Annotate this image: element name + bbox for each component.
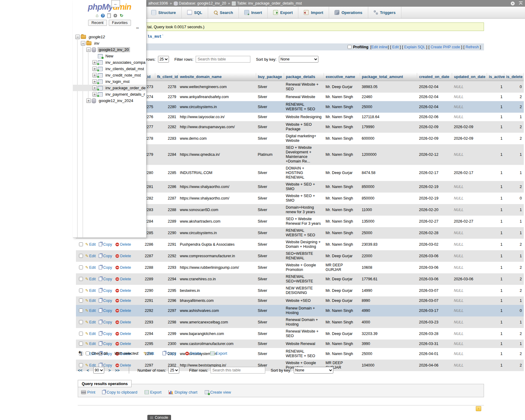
tree-item[interactable]: New	[73, 53, 146, 59]
tab[interactable]: Insert	[239, 7, 268, 18]
row-delete-link[interactable]: Delete	[120, 309, 131, 313]
query-action-link[interactable]: Edit inline	[370, 45, 389, 49]
tree-item-label[interactable]: inv_credit_note_mst	[104, 73, 142, 78]
col-header-fk-client-id[interactable]: fk_client_id	[155, 73, 178, 81]
tree-item[interactable]: − google12_inv_20	[73, 46, 146, 53]
back-arrow-button[interactable]: ←	[112, 0, 120, 7]
row-checkbox[interactable]	[79, 289, 83, 292]
row-checkbox[interactable]	[79, 332, 83, 336]
filter-rows-input[interactable]	[211, 367, 265, 374]
col-header-updated-on-date[interactable]: updated_on_date	[452, 73, 487, 81]
row-edit-link[interactable]: Edit	[89, 332, 96, 336]
breadcrumb-database[interactable]: Database: google12_inv_20	[179, 1, 226, 5]
tree-item[interactable]: + inv_payment_details_r	[73, 91, 146, 97]
home-icon[interactable]	[96, 13, 98, 18]
row-copy-link[interactable]: Copy	[103, 289, 112, 293]
row-checkbox[interactable]	[79, 277, 83, 281]
tree-expand-toggle[interactable]: +	[86, 98, 91, 103]
row-checkbox[interactable]	[79, 342, 83, 346]
check-all-label[interactable]: Check all	[91, 351, 108, 356]
row-copy-link[interactable]: Copy	[103, 254, 112, 258]
row-checkbox[interactable]	[79, 242, 83, 246]
tree-expand-toggle[interactable]: +	[92, 79, 97, 84]
tab[interactable]: Triggers	[368, 7, 401, 18]
row-delete-link[interactable]: Delete	[120, 277, 131, 281]
tree-expand-toggle[interactable]: −	[86, 47, 91, 52]
tree-item-label[interactable]: google12	[88, 34, 106, 39]
row-copy-link[interactable]: Copy	[103, 342, 112, 346]
page-first-button[interactable]: <<	[78, 368, 82, 373]
tree-item-label[interactable]: inv_clients_detail_mst	[104, 66, 145, 71]
col-header-executive-name[interactable]: executive_name	[324, 73, 360, 81]
sort-by-key-select[interactable]: None	[294, 367, 333, 374]
row-delete-link[interactable]: Delete	[120, 289, 131, 293]
col-header-is-active[interactable]: is_active	[487, 73, 504, 81]
row-delete-link[interactable]: Delete	[120, 342, 131, 346]
tree-item-label[interactable]: inv_login_mst	[104, 79, 131, 84]
tree-item[interactable]: + inv_package_order_de	[73, 85, 146, 91]
row-delete-link[interactable]: Delete	[120, 265, 131, 270]
row-checkbox[interactable]	[79, 265, 83, 269]
query-operation-link[interactable]: Export	[150, 390, 162, 394]
row-edit-link[interactable]: Edit	[89, 254, 96, 258]
col-header-created-on-date[interactable]: created_on_date	[417, 73, 452, 81]
row-copy-link[interactable]: Copy	[103, 309, 112, 313]
tree-item[interactable]: + inv_associates_compa	[73, 59, 146, 66]
tree-expand-toggle[interactable]: +	[92, 92, 97, 97]
row-edit-link[interactable]: Edit	[89, 277, 96, 281]
row-edit-link[interactable]: Edit	[89, 320, 96, 324]
row-edit-link[interactable]: Edit	[89, 342, 96, 346]
tree-item-label[interactable]: New	[104, 53, 115, 59]
query-action-link[interactable]: Create PHP code	[428, 45, 462, 49]
tab[interactable]: SQL	[182, 7, 208, 18]
row-copy-link[interactable]: Copy	[103, 242, 112, 247]
tree-item-label[interactable]: google12_inv_20	[98, 47, 130, 52]
documentation-icon[interactable]	[107, 13, 111, 18]
tab[interactable]: Export	[268, 7, 298, 18]
settings-gear-icon[interactable]	[113, 14, 117, 18]
query-action-link[interactable]: Refresh	[463, 45, 481, 49]
row-edit-link[interactable]: Edit	[89, 242, 96, 247]
col-header-website-domain-name[interactable]: website_domain_name	[178, 73, 256, 81]
tree-item-label[interactable]: inv_payment_details_r	[104, 92, 146, 97]
tree-item[interactable]: + inv_credit_note_mst	[73, 72, 146, 78]
query-operation-link[interactable]: Print	[87, 390, 95, 394]
rows-count-select[interactable]: 25	[168, 367, 179, 374]
tree-expand-toggle[interactable]: +	[92, 73, 97, 77]
tree-item-label[interactable]: google12_inv_2024	[98, 98, 135, 103]
tree-item-label[interactable]: inv	[93, 41, 101, 46]
refresh-icon[interactable]	[120, 14, 123, 18]
collapse-panel-icon[interactable]	[519, 2, 523, 5]
row-checkbox[interactable]	[79, 254, 83, 258]
breadcrumb-server[interactable]: alhost:3306	[148, 1, 168, 5]
query-operation-link[interactable]: Create view	[210, 390, 231, 394]
profiling-checkbox[interactable]	[348, 45, 352, 49]
page-prev-button[interactable]: <	[87, 368, 89, 373]
tree-expand-toggle[interactable]: −	[81, 41, 85, 46]
col-header-is-delete[interactable]: is_delete	[504, 73, 524, 81]
row-copy-link[interactable]: Copy	[103, 299, 112, 303]
row-copy-link[interactable]: Copy	[103, 277, 112, 281]
tab[interactable]: Operations	[329, 7, 368, 18]
with-selected-action[interactable]: Copy	[167, 351, 176, 356]
with-selected-action[interactable]: Edit	[147, 351, 154, 356]
check-all-checkbox[interactable]	[86, 351, 90, 355]
tree-item[interactable]: − google12	[73, 34, 146, 40]
tree-item-label[interactable]: inv_package_order_de	[104, 85, 146, 90]
tree-item[interactable]: + inv_clients_detail_mst	[73, 66, 146, 72]
tab[interactable]: Import	[298, 7, 329, 18]
row-checkbox[interactable]	[79, 299, 83, 302]
with-selected-action[interactable]: Export	[216, 351, 227, 356]
row-copy-link[interactable]: Copy	[103, 332, 112, 336]
row-edit-link[interactable]: Edit	[89, 289, 96, 293]
page-last-button[interactable]: >>	[115, 368, 119, 373]
row-delete-link[interactable]: Delete	[120, 254, 131, 258]
query-operation-link[interactable]: Display chart	[174, 390, 197, 394]
row-edit-link[interactable]: Edit	[89, 299, 96, 303]
tree-expand-toggle[interactable]: +	[92, 86, 97, 90]
row-checkbox[interactable]	[79, 320, 83, 324]
col-header-package-total-amount[interactable]: package_total_amount	[360, 73, 417, 81]
link-panels-icon[interactable]	[136, 26, 139, 30]
back-to-top-icon[interactable]	[476, 406, 481, 411]
tree-expand-toggle[interactable]: +	[92, 67, 97, 71]
